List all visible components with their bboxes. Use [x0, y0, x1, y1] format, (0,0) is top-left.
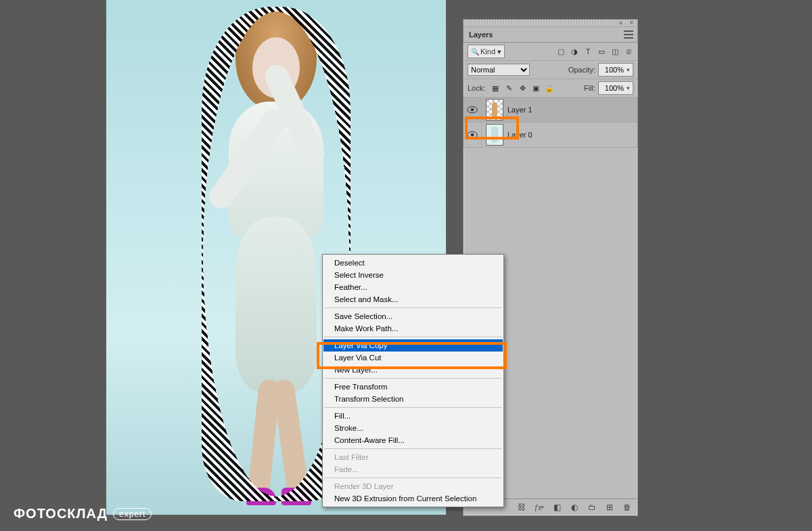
lock-trans-icon[interactable]: ▦ — [491, 83, 500, 93]
shape-icon[interactable]: ▭ — [597, 47, 606, 56]
context-menu-item[interactable]: Deselect — [323, 257, 503, 269]
context-menu-item[interactable]: New Layer... — [323, 364, 503, 376]
lock-label: Lock: — [468, 84, 485, 92]
context-menu-item[interactable]: Stroke... — [323, 422, 503, 434]
panel-drag-bar[interactable]: « × — [464, 20, 637, 27]
context-menu-item[interactable]: Fill... — [323, 410, 503, 422]
context-menu-item[interactable]: Make Work Path... — [323, 322, 503, 335]
panel-menu-icon[interactable] — [624, 30, 633, 39]
fill-field[interactable]: 100% — [598, 81, 633, 95]
link-icon[interactable]: ⛓ — [517, 503, 526, 512]
lock-move-icon[interactable]: ✥ — [518, 83, 527, 93]
mask-icon[interactable]: ◧ — [552, 503, 562, 512]
layer-row[interactable]: Layer 0 — [464, 123, 637, 148]
group-icon[interactable]: 🗀 — [587, 503, 597, 512]
context-menu: DeselectSelect InverseFeather...Select a… — [322, 254, 504, 507]
context-menu-item[interactable]: Free Transform — [323, 381, 503, 393]
layer-row[interactable]: Layer 1 — [464, 98, 637, 123]
lock-brush-icon[interactable]: ✎ — [504, 83, 514, 93]
layer-thumbnail[interactable] — [486, 124, 503, 146]
opacity-field[interactable]: 100% — [598, 63, 633, 77]
context-menu-item[interactable]: Layer Via Cut — [323, 352, 503, 364]
context-menu-item: Render 3D Layer — [323, 480, 503, 492]
trash-icon[interactable]: 🗑 — [623, 503, 632, 512]
filter-kind-dropdown[interactable]: Kind ▾ — [468, 45, 505, 58]
lock-all-icon[interactable]: 🔒 — [545, 83, 554, 93]
svg-point-1 — [471, 108, 474, 112]
context-menu-item[interactable]: Select and Mask... — [323, 293, 503, 305]
blend-opacity-row: Normal Opacity: 100% — [464, 61, 637, 79]
context-menu-item: Fade... — [323, 463, 503, 475]
layers-tab-label: Layers — [469, 30, 493, 39]
visibility-toggle[interactable] — [464, 98, 482, 122]
context-menu-item[interactable]: Transform Selection — [323, 393, 503, 405]
context-menu-item[interactable]: Feather... — [323, 281, 503, 293]
type-icon[interactable]: T — [583, 47, 593, 56]
adjustment-icon[interactable]: ◑ — [570, 47, 579, 56]
context-menu-item[interactable]: Select Inverse — [323, 269, 503, 281]
adjustlayer-icon[interactable]: ◐ — [570, 503, 579, 512]
lock-fill-row: Lock: ▦✎✥▣🔒 Fill: 100% — [464, 79, 637, 98]
layer-filter-row: Kind ▾ ▢◑T▭◫⎚ — [464, 43, 637, 61]
context-menu-item: Last Filter — [323, 451, 503, 463]
fx-icon[interactable]: ƒx▾ — [535, 503, 544, 512]
artboard-icon[interactable]: ⎚ — [624, 47, 633, 56]
blend-mode-dropdown[interactable]: Normal — [468, 64, 530, 76]
layer-name-label[interactable]: Layer 0 — [508, 131, 533, 139]
context-menu-item[interactable]: Content-Aware Fill... — [323, 434, 503, 446]
svg-point-3 — [471, 133, 474, 137]
layers-tab[interactable]: Layers — [464, 27, 637, 43]
opacity-label: Opacity: — [568, 66, 595, 74]
context-menu-item[interactable]: New 3D Extrusion from Current Selection — [323, 492, 503, 505]
context-menu-item[interactable]: Layer Via Copy — [323, 339, 503, 352]
watermark: ФОТОСКЛАД expert — [14, 506, 152, 522]
lock-artboard-icon[interactable]: ▣ — [531, 83, 541, 93]
smartobj-icon[interactable]: ◫ — [610, 47, 620, 56]
fill-label: Fill: — [584, 84, 595, 92]
image-icon[interactable]: ▢ — [556, 47, 566, 56]
panel-close-icon[interactable]: × — [629, 19, 633, 26]
context-menu-item[interactable]: Save Selection... — [323, 310, 503, 322]
visibility-toggle[interactable] — [464, 123, 482, 147]
watermark-brand: ФОТОСКЛАД — [14, 506, 108, 522]
panel-collapse-icon[interactable]: « — [618, 19, 623, 26]
newlayer-icon[interactable]: ⊞ — [605, 503, 614, 512]
watermark-tag: expert — [113, 508, 152, 520]
layer-thumbnail[interactable] — [486, 99, 503, 121]
layer-name-label[interactable]: Layer 1 — [508, 106, 533, 114]
